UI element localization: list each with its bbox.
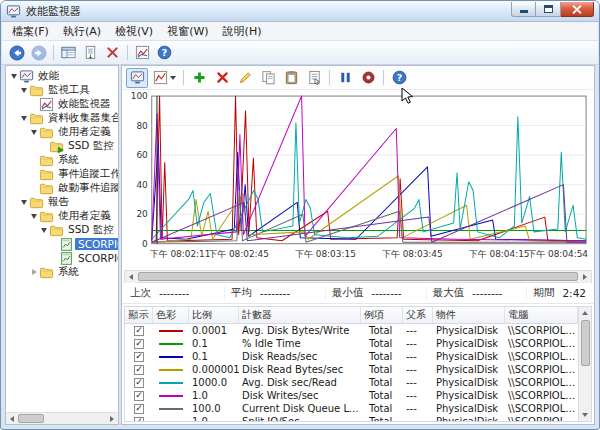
legend-row[interactable]: 100.0Current Disk Queue Length_Total---P… xyxy=(125,402,578,415)
legend-show-cell xyxy=(125,378,153,388)
legend-scroll-up-button[interactable] xyxy=(579,307,591,319)
chart-horizontal-scrollbar[interactable] xyxy=(124,270,592,283)
export-list-button[interactable] xyxy=(80,43,101,63)
tree-horizontal-scrollbar[interactable] xyxy=(6,412,118,424)
svg-text:0: 0 xyxy=(142,239,148,249)
legend-column-header[interactable]: 物件 xyxy=(433,307,505,323)
show-counter-checkbox[interactable] xyxy=(134,339,144,349)
legend-row[interactable]: 0.1% Idle Time_Total---PhysicalDisk\\SCO… xyxy=(125,337,578,350)
chart-view-button[interactable] xyxy=(132,43,153,63)
chart-type-button[interactable] xyxy=(149,68,179,88)
tree-scrollbar-thumb[interactable] xyxy=(18,414,44,423)
tree-scroll-right-button[interactable] xyxy=(106,413,118,425)
tree-item-report-scorpioliu-1[interactable]: SCORPIOLIU8F xyxy=(6,237,118,251)
menu-file[interactable]: 檔案(F) xyxy=(5,23,56,40)
legend-row[interactable]: 1000.0Avg. Disk sec/Read_Total---Physica… xyxy=(125,376,578,389)
menu-action[interactable]: 執行(A) xyxy=(56,23,108,40)
perfmon-chart-icon xyxy=(39,97,55,112)
tree-item-event-trace-sessions[interactable]: 事件追蹤工作階段 xyxy=(6,167,118,181)
legend-row[interactable]: 0.0001Avg. Disk Bytes/Write_Total---Phys… xyxy=(125,324,578,337)
tree-expander-icon[interactable] xyxy=(9,74,19,79)
legend-column-header[interactable]: 比例 xyxy=(189,307,239,323)
copy-properties-button[interactable] xyxy=(257,68,279,88)
chart-scroll-right-button[interactable] xyxy=(579,271,591,283)
legend-row[interactable]: 1.0Split IO/Sec_Total---PhysicalDisk\\SC… xyxy=(125,415,578,422)
legend-column-header[interactable]: 顯示 xyxy=(125,307,153,323)
update-data-button[interactable] xyxy=(357,68,379,88)
tree-item-reports-ssd-monitor[interactable]: SSD 監控 xyxy=(6,223,118,237)
show-counter-checkbox[interactable] xyxy=(134,404,144,414)
maximize-button[interactable] xyxy=(536,2,561,17)
show-counter-checkbox[interactable] xyxy=(134,417,144,423)
legend-column-header[interactable]: 計數器 xyxy=(239,307,361,323)
stat-duration-label: 期間 xyxy=(533,286,554,300)
legend-vertical-scrollbar[interactable] xyxy=(578,307,591,421)
stop-button[interactable] xyxy=(102,43,123,63)
forward-button[interactable] xyxy=(28,43,49,63)
paste-counter-list-button[interactable] xyxy=(280,68,302,88)
show-counter-checkbox[interactable] xyxy=(134,326,144,336)
view-current-activity-button[interactable] xyxy=(126,68,148,88)
close-button[interactable] xyxy=(561,2,594,17)
legend-column-header[interactable]: 父系 xyxy=(403,307,433,323)
tree-item-system[interactable]: 系統 xyxy=(6,153,118,167)
help-button[interactable]: ? xyxy=(154,43,175,63)
title-bar[interactable]: 效能監視器 xyxy=(1,1,599,22)
legend-column-header[interactable]: 電腦 xyxy=(505,307,578,323)
help-icon: ? xyxy=(392,70,407,85)
tree-item-data-collector-sets[interactable]: 資料收集器集合 xyxy=(6,111,118,125)
tree-expander-icon[interactable] xyxy=(19,88,29,93)
chart-scrollbar-thumb[interactable] xyxy=(138,272,578,281)
tree-item-report-scorpioliu-2[interactable]: SCORPIOLIU8F xyxy=(6,251,118,265)
legend-column-header[interactable]: 例項 xyxy=(361,307,403,323)
chart-help-button[interactable]: ? xyxy=(388,68,410,88)
tree-expander-icon[interactable] xyxy=(19,116,29,121)
tree-item-reports[interactable]: 報告 xyxy=(6,195,118,209)
legend-scroll-down-button[interactable] xyxy=(579,409,591,421)
tree-item-monitoring-tools[interactable]: 監視工具 xyxy=(6,83,118,97)
tree-expander-icon[interactable] xyxy=(19,200,29,205)
tree-item-performance[interactable]: 效能 xyxy=(6,69,118,83)
properties-button[interactable] xyxy=(303,68,325,88)
legend-row[interactable]: 0.1Disk Reads/sec_Total---PhysicalDisk\\… xyxy=(125,350,578,363)
show-counter-checkbox[interactable] xyxy=(134,391,144,401)
show-counter-checkbox[interactable] xyxy=(134,365,144,375)
tree-expander-icon[interactable] xyxy=(29,130,39,135)
legend-scrollbar-thumb[interactable] xyxy=(581,320,590,366)
show-counter-checkbox[interactable] xyxy=(134,352,144,362)
add-counter-button[interactable] xyxy=(188,68,210,88)
legend-scale-cell: 1.0 xyxy=(189,390,239,401)
tree-item-reports-system[interactable]: 系統 xyxy=(6,265,118,279)
legend-object-cell: PhysicalDisk xyxy=(433,364,505,375)
stat-minimum-label: 最小值 xyxy=(332,286,364,300)
tree-expander-icon[interactable] xyxy=(29,269,39,275)
chart-scroll-left-button[interactable] xyxy=(125,271,137,283)
legend-row[interactable]: 0.000001Disk Read Bytes/sec_Total---Phys… xyxy=(125,363,578,376)
menu-help[interactable]: 說明(H) xyxy=(216,23,269,40)
menu-window[interactable]: 視窗(W) xyxy=(160,23,215,40)
tree-expander-icon[interactable] xyxy=(29,214,39,219)
tree-item-startup-event-trace-sessions[interactable]: 啟動事件追蹤工作階段 xyxy=(6,181,118,195)
tree-item-user-defined[interactable]: 使用者定義 xyxy=(6,125,118,139)
tree-scroll-left-button[interactable] xyxy=(6,413,18,425)
legend-parent-cell: --- xyxy=(403,338,433,349)
back-button[interactable] xyxy=(6,43,27,63)
show-counter-checkbox[interactable] xyxy=(134,378,144,388)
show-hide-console-tree-button[interactable] xyxy=(58,43,79,63)
tree-item-reports-user-defined[interactable]: 使用者定義 xyxy=(6,209,118,223)
highlight-button[interactable] xyxy=(234,68,256,88)
legend-column-header[interactable]: 色彩 xyxy=(153,307,189,323)
stop-icon xyxy=(105,45,120,60)
tree-item-label: 效能監視器 xyxy=(55,97,114,111)
tree-item-performance-monitor[interactable]: 效能監視器 xyxy=(6,97,118,111)
svg-text:下午 08:04:15: 下午 08:04:15 xyxy=(469,249,530,259)
tree-item-ssd-monitor[interactable]: SSD 監控 xyxy=(6,139,118,153)
delete-counter-button[interactable] xyxy=(211,68,233,88)
legend-color-cell xyxy=(153,356,189,358)
minimize-button[interactable] xyxy=(511,2,536,17)
console-tree-icon xyxy=(61,45,76,60)
legend-row[interactable]: 1.0Disk Writes/sec_Total---PhysicalDisk\… xyxy=(125,389,578,402)
freeze-display-button[interactable] xyxy=(334,68,356,88)
menu-view[interactable]: 檢視(V) xyxy=(108,23,160,40)
tree-expander-icon[interactable] xyxy=(39,228,49,233)
